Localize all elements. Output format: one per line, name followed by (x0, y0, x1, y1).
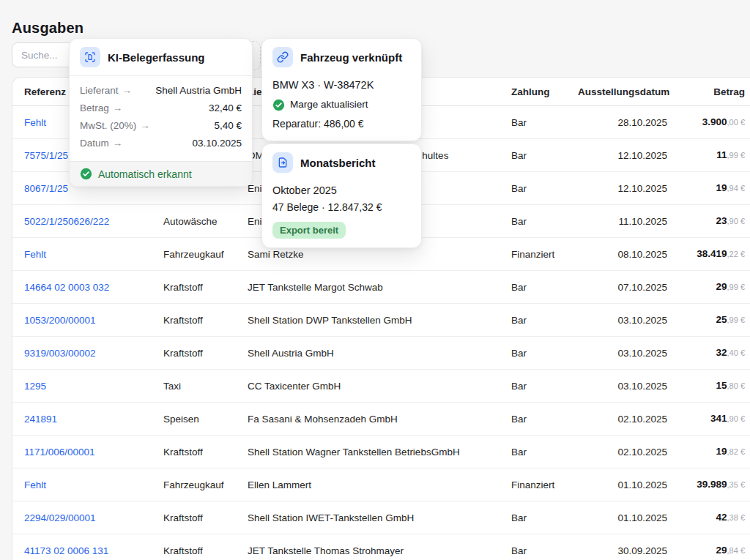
date-cell: 01.10.2025 (617, 479, 667, 490)
amount-cell: 42,38 € (667, 501, 750, 534)
vendor-cell: JET Tankstelle Margot Schwab (248, 282, 383, 293)
amount-main: 32 (716, 347, 727, 358)
table-row[interactable]: 1053/200/00001KraftstoffShell Station DW… (12, 304, 750, 337)
amount-fraction: ,22 € (727, 250, 745, 258)
file-export-icon (272, 152, 293, 173)
amount-cell: 19,94 € (667, 172, 750, 205)
vendor-cell: Ellen Lammert (248, 479, 311, 490)
category-cell: Kraftstoff (163, 315, 203, 326)
payment-cell: Bar (511, 117, 527, 128)
date-cell: 07.10.2025 (617, 282, 667, 293)
date-cell: 12.10.2025 (617, 150, 667, 161)
column-header-ausstellungsdatum: Ausstellungsdatum (578, 78, 667, 106)
field-label: Lieferant (80, 85, 119, 96)
amount-main: 19 (716, 446, 727, 457)
amount-fraction: ,84 € (727, 546, 745, 555)
arrow-right-icon: → (113, 138, 123, 149)
vendor-cell: Fa Sasani & Mohsenzadeh GmbH (248, 414, 398, 425)
amount-main: 29 (716, 545, 727, 556)
table-row[interactable]: 2294/029/00001KraftstoffShell Station IW… (12, 501, 750, 534)
check-circle-icon (80, 168, 92, 180)
reference-link[interactable]: 41173 02 0006 131 (24, 545, 108, 556)
column-header-zahlung: Zahlung (511, 78, 578, 106)
reference-link[interactable]: 7575/1/25 (24, 150, 68, 161)
reference-link[interactable]: 14664 02 0003 032 (24, 282, 109, 293)
reference-link[interactable]: 1053/200/00001 (24, 315, 96, 326)
amount-cell: 38.419,22 € (667, 238, 750, 271)
date-cell: 12.10.2025 (617, 183, 667, 194)
amount-fraction: ,00 € (727, 118, 745, 127)
payment-cell: Finanziert (511, 249, 554, 260)
date-cell: 02.10.2025 (617, 414, 667, 425)
payment-cell: Finanziert (511, 479, 554, 490)
reference-link[interactable]: Fehlt (24, 249, 46, 260)
category-cell: Taxi (163, 381, 181, 392)
arrow-right-icon: → (122, 85, 133, 96)
amount-fraction: ,94 € (727, 184, 745, 193)
amount-cell: 15,80 € (667, 370, 750, 403)
amount-main: 38.419 (697, 248, 727, 259)
check-circle-icon (272, 99, 285, 111)
amount-cell: 19,82 € (667, 436, 750, 468)
vendor-cell: Shell Station DWP Tankstellen GmbH (248, 315, 412, 326)
reference-link[interactable]: 241891 (24, 414, 57, 425)
field-label: Datum (80, 138, 109, 149)
vendor-cell: Shell Austria GmbH (248, 348, 334, 359)
reference-link[interactable]: 5022/1/250626/222 (24, 216, 109, 227)
ki-fields: Lieferant→Shell Austria GmbHBetrag→32,40… (70, 76, 252, 161)
date-cell: 01.10.2025 (617, 512, 667, 523)
amount-cell: 32,40 € (667, 337, 750, 370)
amount-main: 23 (716, 215, 727, 226)
table-row[interactable]: 41173 02 0006 131KraftstoffJET Tankstell… (12, 534, 750, 560)
table-row[interactable]: 1171/006/00001KraftstoffShell Station Wa… (12, 436, 750, 468)
amount-fraction: ,99 € (727, 151, 745, 160)
field-value: 32,40 € (209, 100, 242, 117)
table-row[interactable]: 9319/003/00002KraftstoffShell Austria Gm… (12, 337, 750, 370)
reference-link[interactable]: Fehlt (24, 479, 46, 490)
export-ready-badge: Export bereit (272, 222, 346, 239)
report-period: Oktober 2025 (272, 182, 411, 198)
amount-cell: 25,99 € (667, 304, 750, 337)
amount-fraction: ,40 € (727, 348, 745, 357)
ki-field: MwSt. (20%)→5,40 € (80, 117, 242, 135)
amount-main: 341 (710, 413, 727, 424)
date-cell: 30.09.2025 (617, 545, 667, 556)
arrow-right-icon: → (140, 120, 150, 131)
payment-cell: Bar (511, 381, 527, 392)
auto-detected-status: Automatisch erkannt (70, 161, 252, 186)
vendor-cell: CC Taxicenter GmbH (248, 381, 341, 392)
amount-main: 19 (716, 182, 727, 193)
table-row[interactable]: 14664 02 0003 032KraftstoffJET Tankstell… (12, 271, 750, 304)
date-cell: 28.10.2025 (617, 117, 667, 128)
reference-link[interactable]: 2294/029/00001 (24, 512, 96, 523)
amount-cell: 3.900,00 € (667, 106, 750, 139)
reference-link[interactable]: 8067/1/25 (24, 183, 68, 194)
amount-fraction: ,38 € (727, 513, 745, 522)
scan-document-icon (80, 47, 100, 67)
table-row[interactable]: FehltFahrzeugkaufEllen LammertFinanziert… (12, 468, 750, 501)
reference-link[interactable]: 9319/003/00002 (24, 348, 96, 359)
category-cell: Kraftstoff (163, 512, 203, 523)
vehicle-name: BMW X3 · W-38472K (272, 77, 411, 93)
amount-fraction: ,82 € (727, 447, 745, 456)
date-cell: 03.10.2025 (617, 315, 667, 326)
reference-link[interactable]: Fehlt (24, 117, 46, 128)
amount-main: 42 (716, 512, 727, 523)
table-row[interactable]: 1295TaxiCC Taxicenter GmbHBar03.10.20251… (12, 370, 750, 403)
payment-cell: Bar (511, 183, 527, 194)
payment-cell: Bar (511, 282, 527, 293)
category-cell: Fahrzeugkauf (163, 479, 224, 490)
column-header-betrag: Betrag (667, 78, 750, 106)
field-label: Betrag (80, 102, 109, 113)
amount-cell: 341,90 € (667, 403, 750, 436)
amount-cell: 29,84 € (667, 534, 750, 560)
amount-main: 15 (716, 380, 727, 391)
ki-capture-card: KI-Belegerfassung Lieferant→Shell Austri… (69, 38, 253, 187)
amount-cell: 39.989,35 € (667, 468, 750, 501)
reference-link[interactable]: 1295 (24, 381, 46, 392)
payment-cell: Bar (511, 348, 527, 359)
table-row[interactable]: 241891SpeisenFa Sasani & Mohsenzadeh Gmb… (12, 403, 750, 436)
vendor-cell: Shell Station IWET-Tankstellen GmbH (248, 512, 414, 523)
margin-updated-label: Marge aktualisiert (290, 97, 368, 112)
reference-link[interactable]: 1171/006/00001 (24, 447, 95, 458)
